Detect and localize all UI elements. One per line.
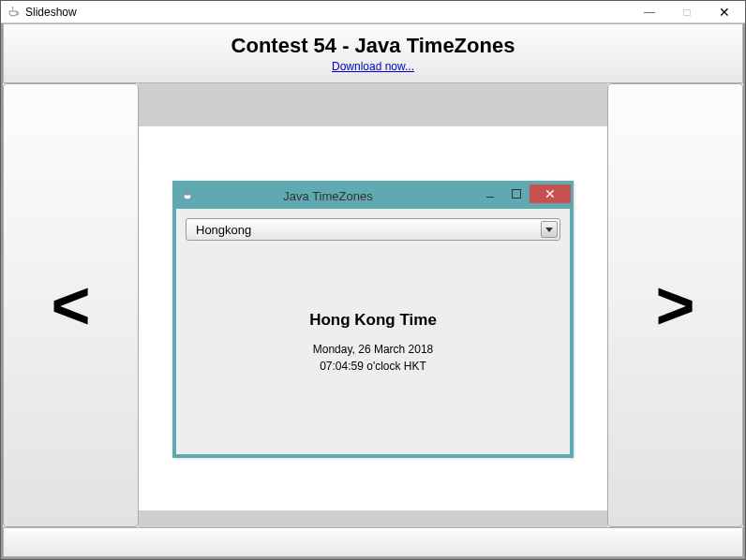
prev-button[interactable]: < <box>3 83 139 527</box>
chevron-down-icon <box>541 221 558 238</box>
download-link[interactable]: Download now... <box>332 60 414 73</box>
zone-heading: Hong Kong Time <box>309 311 437 330</box>
inner-window: Java TimeZones ✕ Hongkong <box>172 181 574 458</box>
slide-area: Java TimeZones ✕ Hongkong <box>139 83 607 527</box>
app-body: Contest 54 - Java TimeZones Download now… <box>1 23 745 559</box>
time-display: Hong Kong Time Monday, 26 March 2018 07:… <box>186 241 560 445</box>
inner-minimize-button[interactable] <box>477 184 503 203</box>
header-panel: Contest 54 - Java TimeZones Download now… <box>3 23 743 83</box>
combobox-value: Hongkong <box>196 223 541 237</box>
maximize-button[interactable]: □ <box>668 2 706 22</box>
java-icon <box>7 6 20 19</box>
inner-maximize-button[interactable] <box>503 184 530 203</box>
slide-canvas: Java TimeZones ✕ Hongkong <box>139 126 607 510</box>
main-area: < <box>3 83 743 527</box>
slideshow-window: Slideshow — □ ✕ Contest 54 - Java TimeZo… <box>0 0 746 560</box>
footer-panel <box>3 527 743 557</box>
window-controls: — □ ✕ <box>631 2 743 22</box>
inner-close-button[interactable]: ✕ <box>530 184 571 203</box>
inner-body: Hongkong Hong Kong Time Monday, 26 March… <box>175 208 571 455</box>
timezone-combobox[interactable]: Hongkong <box>186 218 560 241</box>
titlebar: Slideshow — □ ✕ <box>1 1 745 23</box>
window-title: Slideshow <box>25 6 631 19</box>
minimize-button[interactable]: — <box>631 2 668 22</box>
inner-window-controls: ✕ <box>477 184 571 204</box>
page-title: Contest 54 - Java TimeZones <box>231 34 515 58</box>
inner-window-title: Java TimeZones <box>198 189 477 203</box>
next-button[interactable]: > <box>607 83 743 527</box>
inner-titlebar: Java TimeZones ✕ <box>175 184 571 208</box>
close-button[interactable]: ✕ <box>706 2 743 22</box>
date-line: Monday, 26 March 2018 <box>313 341 434 358</box>
java-icon <box>181 189 194 202</box>
time-line: 07:04:59 o'clock HKT <box>320 358 426 375</box>
